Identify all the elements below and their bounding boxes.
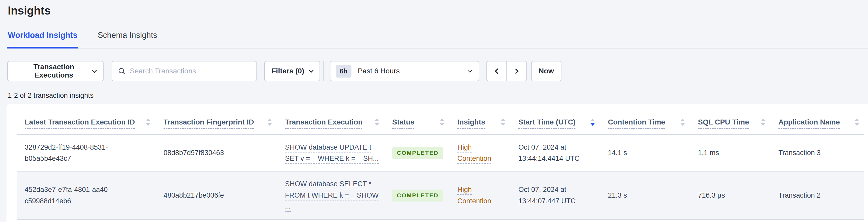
cell-latest-execution-id: 452da3e7-e7fa-4801-aa40-c59988d14eb6 — [17, 171, 156, 220]
view-type-dropdown[interactable]: Transaction Executions — [7, 61, 103, 81]
chevron-down-icon — [468, 68, 472, 73]
time-range-badge: 6h — [336, 65, 351, 77]
column-header-application-name[interactable]: Application Name — [771, 104, 864, 135]
tab-schema-insights-label: Schema Insights — [98, 31, 157, 40]
column-header-sql-cpu-time[interactable]: SQL CPU Time — [690, 104, 771, 135]
column-header-transaction-fingerprint-id[interactable]: Transaction Fingerprint ID — [156, 104, 277, 135]
table-row: 452da3e7-e7fa-4801-aa40-c59988d14eb6 480… — [17, 171, 864, 220]
tab-workload-insights-label: Workload Insights — [8, 31, 78, 40]
toolbar-divider — [323, 61, 324, 81]
sort-icon — [146, 119, 151, 126]
sort-icon — [440, 119, 444, 126]
sort-icon — [761, 119, 766, 126]
sort-icon — [680, 119, 685, 126]
column-header-start-time[interactable]: Start Time (UTC) — [510, 104, 600, 135]
cell-application-name: Transaction 3 — [771, 135, 864, 171]
cell-start-time: Oct 07, 2024 at 13:44:14.4414 UTC — [510, 135, 600, 171]
cell-application-name: Transaction 2 — [771, 171, 864, 220]
cell-latest-execution-id: 328729d2-ff19-4408-8531-b05a5b4e43c7 — [17, 135, 156, 171]
sort-icon — [501, 119, 505, 126]
transaction-execution-link[interactable]: SHOW database SELECT * FROM t WHERE k = … — [285, 180, 379, 210]
cell-contention-time: 14.1 s — [600, 135, 690, 171]
time-step-buttons — [487, 61, 527, 81]
cell-contention-time: 21.3 s — [600, 171, 690, 220]
table-row: 328729d2-ff19-4408-8531-b05a5b4e43c7 08d… — [17, 135, 864, 171]
results-count: 1-2 of 2 transaction insights — [8, 92, 868, 100]
filters-button[interactable]: Filters (0) — [264, 61, 320, 81]
cell-fingerprint-id: 480a8b217be006fe — [156, 171, 277, 220]
time-range-picker[interactable]: 6h Past 6 Hours — [330, 61, 479, 81]
table-header-row: Latest Transaction Execution ID Transact… — [17, 104, 864, 135]
insights-table: Latest Transaction Execution ID Transact… — [17, 104, 864, 220]
time-prev-button[interactable] — [487, 61, 507, 81]
search-icon — [118, 67, 126, 75]
page-title: Insights — [0, 0, 868, 17]
insight-link[interactable]: High Contention — [457, 186, 491, 205]
column-header-latest-transaction-execution-id[interactable]: Latest Transaction Execution ID — [17, 104, 156, 135]
toolbar: Transaction Executions Filters (0) 6h Pa… — [7, 61, 868, 81]
now-button[interactable]: Now — [531, 61, 561, 81]
sort-icon — [375, 119, 379, 126]
filters-button-label: Filters (0) — [272, 67, 304, 75]
column-header-transaction-execution[interactable]: Transaction Execution — [277, 104, 384, 135]
time-range-label: Past 6 Hours — [358, 67, 400, 75]
column-header-status[interactable]: Status — [384, 104, 450, 135]
status-badge: COMPLETED — [392, 190, 443, 201]
sort-icon — [267, 119, 272, 126]
chevron-down-icon — [309, 68, 313, 73]
insights-page: Insights Workload Insights Schema Insigh… — [0, 0, 868, 222]
cell-sql-cpu-time: 1.1 ms — [690, 135, 771, 171]
tabs-bar: Workload Insights Schema Insights — [7, 31, 868, 49]
sort-icon — [855, 119, 859, 126]
tab-schema-insights[interactable]: Schema Insights — [97, 31, 158, 49]
cell-sql-cpu-time: 716.3 µs — [690, 171, 771, 220]
cell-start-time: Oct 07, 2024 at 13:44:07.447 UTC — [510, 171, 600, 220]
view-type-dropdown-label: Transaction Executions — [15, 63, 93, 80]
chevron-left-icon — [495, 68, 500, 74]
insight-link[interactable]: High Contention — [457, 144, 491, 163]
sort-icon — [590, 119, 595, 126]
search-input[interactable] — [130, 67, 251, 75]
chevron-right-icon — [513, 68, 519, 74]
column-header-contention-time[interactable]: Contention Time — [600, 104, 690, 135]
cell-fingerprint-id: 08d8b7d97f830463 — [156, 135, 277, 171]
status-badge: COMPLETED — [392, 147, 443, 159]
search-box[interactable] — [112, 61, 257, 81]
time-next-button[interactable] — [506, 61, 527, 81]
column-header-insights[interactable]: Insights — [450, 104, 510, 135]
insights-table-card: Latest Transaction Execution ID Transact… — [6, 104, 868, 222]
tab-workload-insights[interactable]: Workload Insights — [7, 31, 79, 49]
transaction-execution-link[interactable]: SHOW database UPDATE t SET v = _ WHERE k… — [285, 144, 379, 163]
